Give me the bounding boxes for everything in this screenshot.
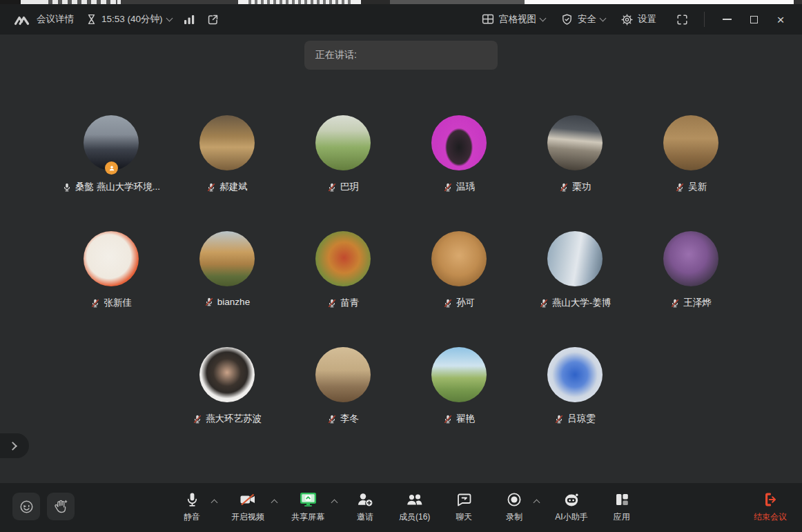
end-meeting-label: 结束会议	[754, 511, 787, 523]
members-button[interactable]: 成员(16)	[399, 490, 430, 523]
participant-name: 郝建斌	[219, 181, 248, 193]
titlebar: 会议详情 15:53 (40分钟)	[0, 4, 802, 35]
chevron-up-icon[interactable]	[271, 500, 278, 506]
participant-name: 翟艳	[456, 413, 475, 425]
share-screen-button[interactable]: 共享屏幕	[291, 490, 324, 523]
participant-tile[interactable]: bianzhe	[169, 231, 285, 309]
security-button[interactable]: 安全	[560, 13, 605, 26]
meeting-details-label: 会议详情	[37, 13, 74, 26]
mic-muted-icon	[559, 182, 569, 193]
apps-label: 应用	[614, 511, 630, 523]
chevron-up-icon[interactable]	[211, 500, 218, 506]
participant-tile[interactable]: 温瑀	[401, 115, 517, 193]
avatar	[547, 347, 603, 402]
timer-label: 15:53 (40分钟)	[101, 13, 163, 26]
ai-assistant-label: AI小助手	[555, 511, 587, 523]
record-label: 录制	[506, 511, 522, 523]
participant-tile[interactable]: 郝建斌	[169, 115, 285, 193]
invite-button[interactable]: 邀请	[353, 490, 378, 523]
mic-muted-icon	[443, 414, 453, 424]
meeting-grid: 正在讲话: 桑懿 燕山大学环境... 郝建斌	[0, 35, 802, 483]
shield-check-icon	[560, 13, 574, 26]
participant-tile[interactable]: 巴玥	[285, 115, 401, 193]
chevron-down-icon	[540, 14, 547, 21]
camera-muted-icon	[239, 490, 257, 508]
participant-tile[interactable]: 吕琼雯	[517, 347, 633, 425]
security-label: 安全	[578, 13, 596, 26]
participant-tile[interactable]: 吴新	[633, 115, 749, 193]
mute-label: 静音	[184, 511, 200, 523]
speaking-banner: 正在讲话:	[304, 41, 498, 70]
raise-hand-button[interactable]	[47, 493, 75, 520]
meeting-details-button[interactable]: 会议详情	[37, 13, 74, 26]
start-video-button[interactable]: 开启视频	[231, 490, 264, 523]
avatar	[431, 115, 487, 170]
share-screen-label: 共享屏幕	[291, 511, 324, 523]
participant-tile[interactable]: 李冬	[285, 347, 401, 425]
chat-icon	[456, 490, 473, 508]
participant-name: 巴玥	[340, 181, 359, 193]
avatar	[199, 231, 255, 286]
mute-button[interactable]: 静音	[179, 490, 204, 523]
record-icon	[506, 490, 522, 508]
avatar	[315, 347, 371, 402]
popout-icon[interactable]	[206, 13, 219, 26]
grid-view-icon	[481, 13, 495, 26]
emoji-reaction-button[interactable]	[12, 493, 40, 520]
avatar	[315, 115, 371, 170]
end-meeting-button[interactable]: 结束会议	[754, 490, 787, 523]
record-button[interactable]: 录制	[502, 490, 527, 523]
meeting-timer[interactable]: 15:53 (40分钟)	[86, 13, 172, 26]
view-mode-button[interactable]: 宫格视图	[481, 13, 545, 26]
participant-tile[interactable]: 燕山大学-姜博	[517, 231, 633, 309]
participant-tile[interactable]: 苗青	[285, 231, 401, 309]
expand-panel-button[interactable]	[0, 433, 29, 458]
participant-name: 吕琼雯	[567, 413, 596, 425]
invite-person-icon	[356, 490, 374, 508]
participant-tile[interactable]: 翟艳	[401, 347, 517, 425]
participant-tile[interactable]: 王泽烨	[633, 231, 749, 309]
participant-tile[interactable]: 张新佳	[53, 231, 169, 309]
maximize-button[interactable]	[743, 9, 764, 30]
chevron-up-icon[interactable]	[534, 500, 540, 506]
participant-name: 燕山大学-姜博	[552, 297, 612, 309]
mic-muted-icon	[675, 182, 685, 193]
avatar	[547, 115, 603, 170]
avatar	[199, 115, 255, 170]
chevron-up-icon[interactable]	[331, 500, 338, 506]
ai-assistant-button[interactable]: AI小助手	[555, 490, 587, 523]
view-mode-label: 宫格视图	[499, 13, 536, 26]
chat-button[interactable]: 聊天	[451, 490, 476, 523]
participant-name: 桑懿 燕山大学环境...	[75, 181, 160, 193]
mic-muted-icon	[539, 298, 549, 308]
avatar	[663, 115, 718, 170]
start-video-label: 开启视频	[231, 511, 264, 523]
mic-muted-icon	[206, 182, 216, 193]
minimize-button[interactable]	[716, 9, 737, 30]
mic-muted-icon	[327, 298, 337, 308]
participant-name: bianzhe	[217, 297, 250, 307]
participant-tile[interactable]: 燕大环艺苏波	[169, 347, 285, 425]
avatar	[547, 231, 603, 286]
participant-tile[interactable]: 栗功	[517, 115, 633, 193]
settings-button[interactable]: 设置	[620, 13, 656, 26]
avatar	[663, 231, 718, 286]
mic-muted-icon	[443, 182, 453, 193]
network-signal-icon[interactable]	[184, 14, 196, 25]
microphone-icon	[184, 490, 200, 508]
participant-tile[interactable]: 孙可	[401, 231, 517, 309]
invite-label: 邀请	[357, 511, 373, 523]
hourglass-icon	[86, 13, 97, 26]
chevron-down-icon	[600, 14, 607, 21]
speaking-label: 正在讲话:	[315, 49, 357, 61]
apps-button[interactable]: 应用	[609, 490, 634, 523]
close-button[interactable]: ×	[770, 9, 791, 30]
participant-tile[interactable]: 桑懿 燕山大学环境...	[53, 115, 169, 193]
fullscreen-button[interactable]	[672, 9, 692, 30]
avatar	[84, 115, 139, 170]
avatar	[84, 231, 139, 286]
mic-muted-icon	[327, 414, 337, 424]
gear-icon	[620, 13, 634, 26]
members-icon	[405, 490, 424, 508]
titlebar-separator	[704, 12, 705, 27]
